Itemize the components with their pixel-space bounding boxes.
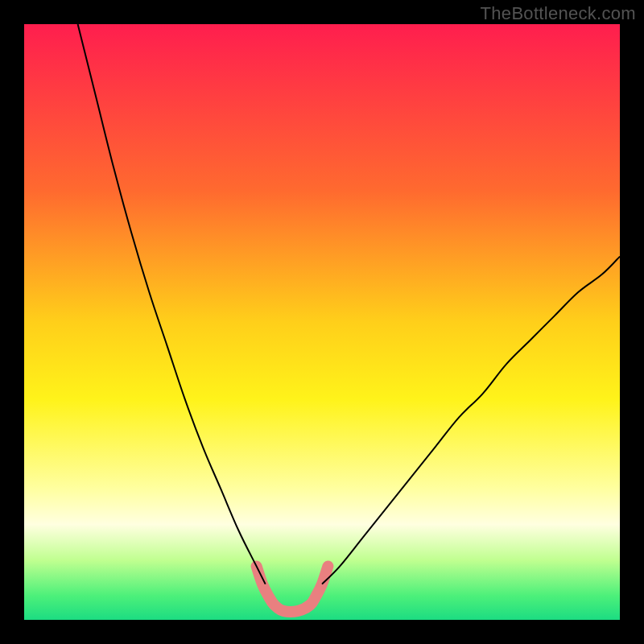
plot-area (24, 24, 620, 620)
series-right-limb (322, 257, 620, 584)
watermark-text: TheBottleneck.com (481, 3, 636, 24)
curve-layer (24, 24, 620, 620)
series-left-limb (78, 24, 266, 584)
chart-frame: TheBottleneck.com (0, 0, 644, 644)
series-bottom-bridge-pink (257, 566, 328, 611)
